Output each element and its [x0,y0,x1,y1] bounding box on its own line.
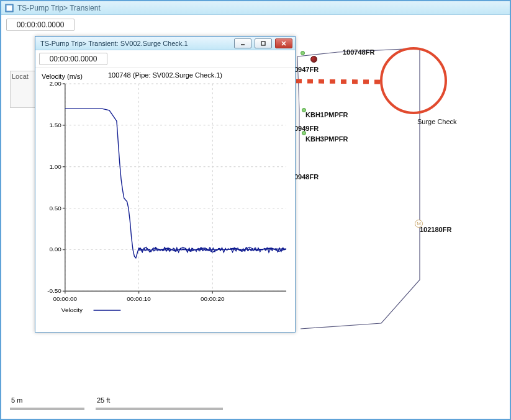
chart-window[interactable]: TS-Pump Trip> Transient: SV002.Surge Che… [35,36,296,333]
svg-rect-1 [7,5,12,11]
chart-window-titlebar[interactable]: TS-Pump Trip> Transient: SV002.Surge Che… [35,37,295,50]
main-titlebar: TS-Pump Trip> Transient [1,1,510,15]
minimize-button[interactable] [234,38,251,48]
annotation-circle [380,47,447,114]
scale-label-m: 5 m [11,396,22,404]
main-toolbar: 00:00:00.0000 [1,15,510,35]
pipe-label[interactable]: KBH3PMPFR [305,135,348,143]
pipe-label[interactable]: KBH1PMPFR [305,111,348,118]
svg-text:00:00:10: 00:00:10 [127,295,151,302]
pipe-label[interactable]: 102180FR [420,226,451,233]
node-small[interactable] [301,51,305,55]
scale-bar-ft [96,408,223,410]
chart-window-title: TS-Pump Trip> Transient: SV002.Surge Che… [40,40,231,47]
pipe-label[interactable]: 0949FR [294,125,319,132]
svg-text:00:00:00: 00:00:00 [53,295,77,302]
svg-text:1.00: 1.00 [49,163,61,170]
main-window-title: TS-Pump Trip> Transient [17,4,101,12]
pipe-label[interactable]: 0948FR [294,173,319,181]
chart-toolbar: 00:00:00.0000 [35,50,295,68]
svg-text:00:00:20: 00:00:20 [201,295,225,302]
pipe-label[interactable]: 0947FR [294,66,319,73]
surge-check-label[interactable]: Surge Check [417,118,457,125]
svg-text:1.50: 1.50 [49,122,61,128]
svg-text:2.00: 2.00 [49,81,61,87]
chart-plot[interactable]: -0.500.000.501.001.502.0000:00:0000:00:1… [39,81,291,328]
svg-text:Velocity: Velocity [61,306,83,313]
app-icon [5,4,14,12]
close-button[interactable] [275,38,292,48]
svg-text:0.00: 0.00 [49,246,61,252]
node-dot[interactable] [310,56,317,63]
maximize-button[interactable] [255,38,272,48]
pipe-label[interactable]: 100748FR [343,48,374,56]
svg-text:0.50: 0.50 [49,205,61,212]
main-time-display[interactable]: 00:00:00.0000 [6,19,75,31]
svg-text:-0.50: -0.50 [47,287,61,294]
svg-rect-6 [261,42,265,45]
chart-time-display[interactable]: 00:00:00.0000 [39,53,107,65]
scale-label-ft: 25 ft [97,396,110,404]
scale-bar-m [10,408,84,410]
chart-area: 100748 (Pipe: SV002.Surge Check.1) Veloc… [39,71,291,328]
chart-y-axis-label: Velocity (m/s) [42,73,83,80]
